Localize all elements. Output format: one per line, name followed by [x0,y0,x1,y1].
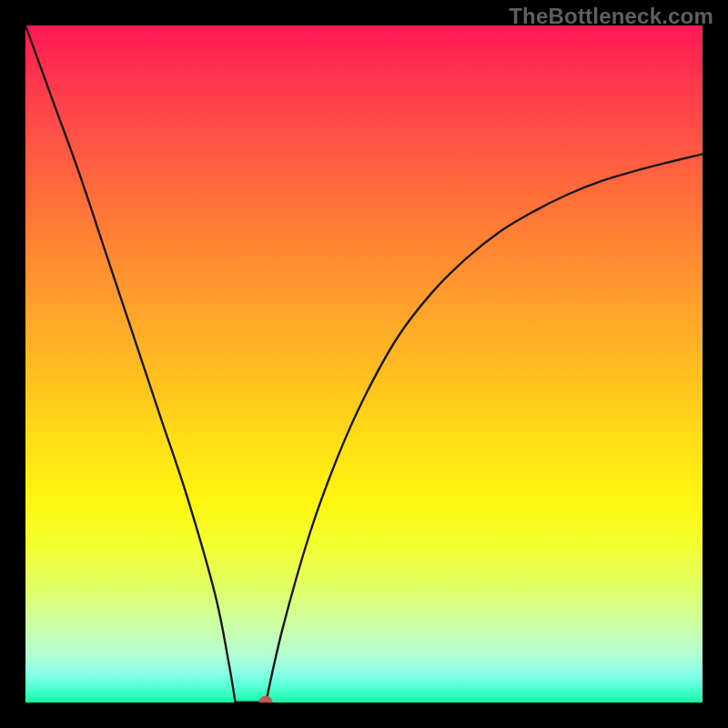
chart-frame: TheBottleneck.com [0,0,728,728]
marker-dot [259,696,272,703]
curve-svg [25,25,703,703]
curve-left-branch [25,25,236,703]
curve-right-branch [266,154,703,703]
plot-area [25,25,703,703]
